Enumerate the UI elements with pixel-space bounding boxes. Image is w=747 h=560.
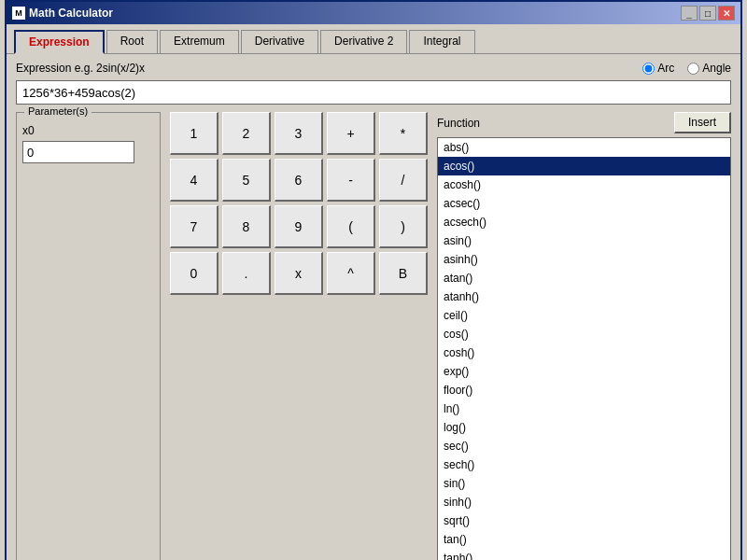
key-8[interactable]: 8 [222,205,271,248]
function-list-container: abs()acos()acosh()acsec()acsech()asin()a… [437,137,731,560]
function-list: abs()acos()acosh()acsec()acsech()asin()a… [438,138,730,560]
key-1[interactable]: 1 [170,112,218,155]
param-value-input[interactable] [22,141,134,163]
expression-row: Expression e.g. 2sin(x/2)x Arc Angle [16,62,731,75]
key-_[interactable]: + [327,112,375,155]
tab-derivative2[interactable]: Derivative 2 [320,30,407,53]
expression-label: Expression e.g. 2sin(x/2)x [16,62,633,75]
function-item[interactable]: acosh() [438,175,730,194]
insert-button[interactable]: Insert [674,112,731,133]
function-item[interactable]: tanh() [438,549,730,560]
key-_[interactable]: - [327,159,375,202]
tab-root[interactable]: Root [106,30,158,53]
key-_[interactable]: ( [327,205,375,248]
function-item[interactable]: floor() [438,381,730,399]
window-title: Math Calculator [29,7,113,20]
radio-arc-label: Arc [657,62,674,75]
key-9[interactable]: 9 [275,205,323,248]
key-7[interactable]: 7 [170,205,218,248]
expression-input[interactable] [16,80,731,105]
key-5[interactable]: 5 [222,159,271,202]
middle-area: Parameter(s) x0 123+*456-/789()0.x^B Fun… [16,112,731,560]
radio-arc-input[interactable] [642,63,655,75]
function-item[interactable]: sec() [438,437,730,455]
tab-extremum[interactable]: Extremum [160,30,239,53]
function-item[interactable]: atan() [438,269,730,287]
parameters-box: Parameter(s) x0 [16,112,161,560]
function-item[interactable]: asin() [438,231,730,250]
function-item[interactable]: asinh() [438,250,730,269]
function-item[interactable]: atanh() [438,287,730,306]
keypad: 123+*456-/789()0.x^B [170,112,428,560]
tabs-bar: Expression Root Extremum Derivative Deri… [7,24,740,54]
key-3[interactable]: 3 [275,112,323,155]
function-item[interactable]: acos() [438,157,730,175]
function-item[interactable]: acsec() [438,194,730,213]
key-x[interactable]: x [275,252,323,295]
key-_[interactable]: . [222,252,271,295]
function-item[interactable]: tan() [438,530,730,549]
app-icon: M [12,7,25,20]
title-bar: M Math Calculator _ □ ✕ [7,2,740,24]
radio-angle-label: Angle [702,62,731,75]
main-content: Expression e.g. 2sin(x/2)x Arc Angle Par… [7,54,740,560]
title-bar-left: M Math Calculator [12,7,113,20]
tab-integral[interactable]: Integral [409,30,474,53]
radio-angle-input[interactable] [687,63,699,75]
tab-expression[interactable]: Expression [14,30,105,54]
key-2[interactable]: 2 [222,112,271,155]
function-item[interactable]: ln() [438,399,730,418]
function-item[interactable]: exp() [438,362,730,381]
function-item[interactable]: sech() [438,455,730,474]
function-label: Function [437,117,480,130]
function-item[interactable]: log() [438,418,730,437]
key-0[interactable]: 0 [170,252,218,295]
main-window: M Math Calculator _ □ ✕ Expression Root … [5,0,742,560]
maximize-button[interactable]: □ [699,6,716,21]
close-button[interactable]: ✕ [718,6,735,21]
function-item[interactable]: sinh() [438,493,730,511]
minimize-button[interactable]: _ [681,6,698,21]
tab-derivative[interactable]: Derivative [241,30,318,53]
radio-arc[interactable]: Arc [642,62,674,75]
parameters-legend: Parameter(s) [24,105,92,117]
function-item[interactable]: acsech() [438,213,730,231]
function-item[interactable]: cosh() [438,343,730,362]
key-_[interactable]: ) [379,205,428,248]
key-4[interactable]: 4 [170,159,218,202]
key-B[interactable]: B [379,252,428,295]
function-item[interactable]: cos() [438,325,730,343]
key-6[interactable]: 6 [275,159,323,202]
function-area: Function Insert abs()acos()acosh()acsec(… [437,112,731,560]
function-item[interactable]: abs() [438,138,730,157]
function-header: Function Insert [437,112,731,133]
function-item[interactable]: sqrt() [438,511,730,530]
function-item[interactable]: sin() [438,474,730,493]
radio-angle[interactable]: Angle [687,62,731,75]
radio-group: Arc Angle [642,62,731,75]
key-_[interactable]: * [379,112,428,155]
title-bar-buttons: _ □ ✕ [681,6,735,21]
function-item[interactable]: ceil() [438,306,730,325]
param-name: x0 [22,124,154,137]
key-_[interactable]: / [379,159,428,202]
key-_[interactable]: ^ [327,252,375,295]
